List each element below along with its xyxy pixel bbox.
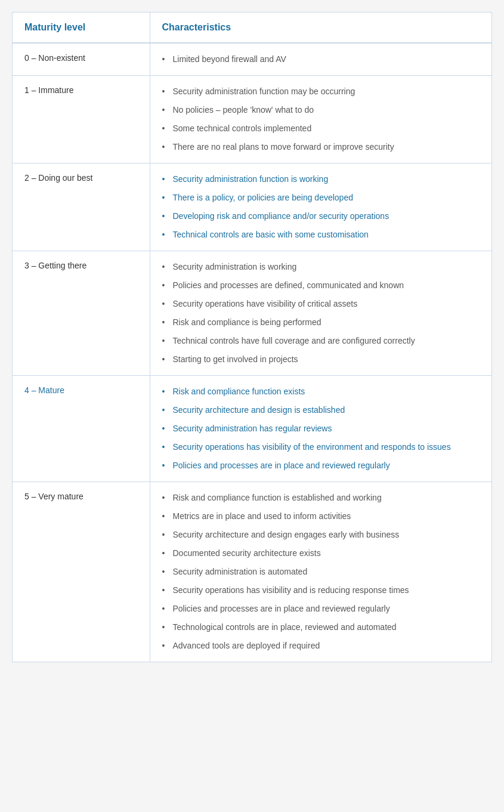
list-item: Policies and processes are defined, comm…: [162, 279, 480, 292]
list-item: Policies and processes are in place and …: [162, 459, 480, 472]
level-label: 4 – Mature: [24, 385, 64, 395]
characteristics-cell-5: Risk and compliance function is establis…: [150, 482, 491, 662]
list-item: There are no real plans to move forward …: [162, 141, 480, 153]
table-row: 1 – ImmatureSecurity administration func…: [13, 76, 491, 163]
list-item: Risk and compliance function is establis…: [162, 492, 480, 504]
list-item: Policies and processes are in place and …: [162, 603, 480, 615]
table-row: 3 – Getting thereSecurity administration…: [13, 251, 491, 376]
list-item: Technological controls are in place, rev…: [162, 621, 480, 634]
list-item: Security administration has regular revi…: [162, 422, 480, 435]
list-item: No policies – people 'know' what to do: [162, 104, 480, 116]
table-row: 5 – Very matureRisk and compliance funct…: [13, 482, 491, 662]
list-item: Some technical controls implemented: [162, 122, 480, 135]
list-item: Security administration function may be …: [162, 85, 480, 98]
table-header: Maturity level Characteristics: [13, 13, 491, 43]
list-item: Security administration is working: [162, 261, 480, 273]
list-item: Security administration function is work…: [162, 173, 480, 186]
col-characteristics: Characteristics: [150, 13, 491, 43]
list-item: Technical controls have full coverage an…: [162, 335, 480, 347]
table-row: 0 – Non-existentLimited beyond firewall …: [13, 43, 491, 76]
characteristics-cell-0: Limited beyond firewall and AV: [150, 43, 491, 76]
list-item: Risk and compliance function exists: [162, 385, 480, 398]
characteristics-cell-2: Security administration function is work…: [150, 163, 491, 251]
list-item: Documented security architecture exists: [162, 547, 480, 560]
characteristics-cell-1: Security administration function may be …: [150, 76, 491, 163]
list-item: Security operations has visibility of th…: [162, 441, 480, 453]
level-cell-3: 3 – Getting there: [13, 251, 150, 376]
col-maturity-level: Maturity level: [13, 13, 150, 43]
maturity-table: Maturity level Characteristics 0 – Non-e…: [12, 12, 492, 662]
list-item: There is a policy, or policies are being…: [162, 192, 480, 204]
table-row: 4 – MatureRisk and compliance function e…: [13, 376, 491, 482]
characteristics-cell-3: Security administration is workingPolici…: [150, 251, 491, 376]
level-cell-4: 4 – Mature: [13, 376, 150, 482]
list-item: Starting to get involved in projects: [162, 353, 480, 366]
level-cell-0: 0 – Non-existent: [13, 43, 150, 76]
list-item: Developing risk and compliance and/or se…: [162, 210, 480, 223]
list-item: Metrics are in place and used to inform …: [162, 510, 480, 523]
list-item: Advanced tools are deployed if required: [162, 640, 480, 652]
list-item: Security administration is automated: [162, 566, 480, 578]
list-item: Security operations has visibility and i…: [162, 584, 480, 597]
level-cell-2: 2 – Doing our best: [13, 163, 150, 251]
list-item: Security operations have visibility of c…: [162, 298, 480, 310]
list-item: Security architecture and design is esta…: [162, 404, 480, 416]
level-cell-5: 5 – Very mature: [13, 482, 150, 662]
list-item: Limited beyond firewall and AV: [162, 53, 480, 66]
characteristics-cell-4: Risk and compliance function existsSecur…: [150, 376, 491, 482]
table-row: 2 – Doing our bestSecurity administratio…: [13, 163, 491, 251]
list-item: Security architecture and design engages…: [162, 529, 480, 541]
list-item: Risk and compliance is being performed: [162, 316, 480, 329]
level-cell-1: 1 – Immature: [13, 76, 150, 163]
list-item: Technical controls are basic with some c…: [162, 229, 480, 241]
